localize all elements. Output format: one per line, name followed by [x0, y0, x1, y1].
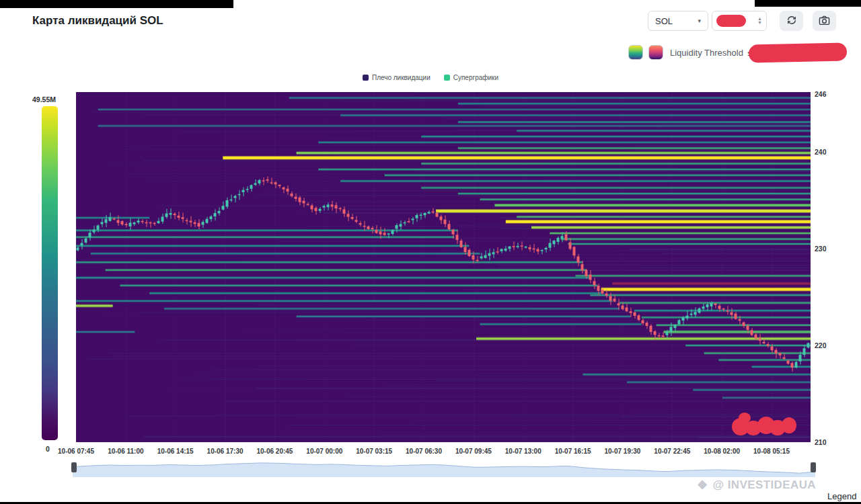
- x-axis-label: 10-07 19:30: [604, 448, 640, 455]
- x-axis-label: 10-07 00:00: [306, 448, 342, 455]
- colorbar: [42, 106, 58, 440]
- symbol-select[interactable]: SOL ▾: [648, 11, 708, 31]
- censor-bar-top-left: [0, 0, 233, 8]
- x-axis-label: 10-07 16:15: [555, 448, 591, 455]
- input-censor-blob: [716, 15, 746, 27]
- navigator-handle-left[interactable]: [71, 462, 77, 472]
- legend-swatch-leverage: [363, 75, 369, 81]
- x-axis-label: 10-06 07:45: [58, 448, 94, 455]
- chevron-down-icon: ▾: [698, 17, 701, 24]
- legend-footer-toggle[interactable]: Legend: [827, 491, 856, 501]
- watermark-diamond-icon: ❖: [697, 478, 708, 493]
- liquidity-threshold-row: Liquidity Threshold ≤: [628, 43, 847, 62]
- threshold-input[interactable]: ▲ ▼: [712, 11, 767, 31]
- y-axis-label: 230: [815, 245, 827, 253]
- colorbar-max-label: 49.55M: [32, 95, 56, 103]
- liquidation-heatmap-canvas[interactable]: [76, 92, 811, 442]
- camera-icon: [819, 15, 830, 28]
- x-axis-label: 10-07 06:30: [406, 448, 442, 455]
- legend-label-supercharts: Суперграфики: [453, 74, 498, 81]
- legend-swatch-supercharts: [444, 75, 450, 81]
- chart-controls: SOL ▾ ▲ ▼: [648, 11, 836, 31]
- y-axis-label: 220: [815, 341, 827, 349]
- navigator-handle-right[interactable]: [811, 462, 816, 472]
- colormap-swatch-viridis[interactable]: [628, 45, 643, 60]
- x-axis-label: 10-08 02:00: [704, 448, 740, 455]
- screenshot-button[interactable]: [813, 11, 836, 31]
- watermark-text: @ INVESTIDEAUA: [713, 478, 816, 492]
- legend-label-leverage: Плечо ликвидации: [372, 74, 430, 81]
- x-axis-label: 10-06 11:00: [108, 448, 143, 455]
- page-title: Карта ликвидаций SOL: [32, 14, 163, 28]
- threshold-censor-blob: [749, 42, 848, 62]
- x-axis-label: 10-07 22:45: [654, 448, 690, 455]
- refresh-button[interactable]: [780, 11, 803, 31]
- x-axis-label: 10-07 09:45: [455, 448, 492, 455]
- x-axis-label: 10-06 14:15: [157, 448, 194, 455]
- y-axis-label: 210: [815, 438, 827, 446]
- chart-censor-scribble: [731, 410, 798, 437]
- legend-item-supercharts[interactable]: Суперграфики: [444, 74, 498, 81]
- watermark: ❖ @ INVESTIDEAUA: [697, 478, 816, 493]
- stepper-down-icon[interactable]: ▼: [757, 21, 762, 25]
- x-axis-label: 10-08 05:15: [753, 448, 790, 455]
- y-axis-label: 246: [815, 90, 827, 98]
- liquidity-threshold-label: Liquidity Threshold: [670, 48, 743, 58]
- navigator-canvas[interactable]: [73, 459, 815, 477]
- colormap-swatch-magma[interactable]: [648, 45, 663, 60]
- symbol-select-value: SOL: [655, 16, 673, 26]
- number-stepper[interactable]: ▲ ▼: [757, 17, 762, 25]
- chart-legend: Плечо ликвидации Суперграфики: [0, 74, 861, 81]
- refresh-icon: [786, 15, 797, 28]
- liquidation-map-page: Карта ликвидаций SOL SOL ▾ ▲ ▼ Liquidity: [0, 0, 861, 504]
- y-axis-label: 240: [815, 148, 827, 156]
- x-axis-label: 10-07 13:00: [505, 448, 541, 455]
- colorbar-min-label: 0: [46, 445, 50, 453]
- censor-bar-top-right: [755, 0, 861, 7]
- x-axis-label: 10-06 20:45: [256, 448, 293, 455]
- x-axis-label: 10-07 03:15: [356, 448, 392, 455]
- x-axis-label: 10-06 17:30: [207, 448, 244, 455]
- legend-item-leverage[interactable]: Плечо ликвидации: [363, 74, 430, 81]
